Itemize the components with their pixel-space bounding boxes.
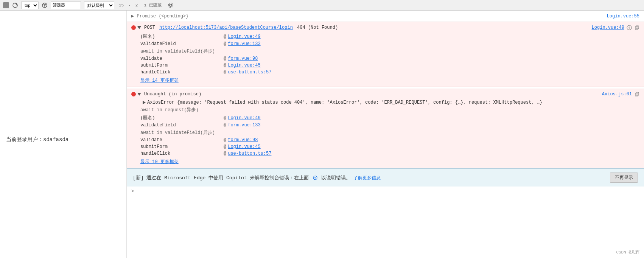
trace-at: @: [224, 137, 226, 143]
promise-row: ▶ Promise {<pending>} Login.vue:55: [127, 11, 644, 22]
trace-label: validate: [140, 56, 224, 61]
error-badge: 15: [117, 3, 125, 8]
svg-rect-13: [636, 92, 639, 95]
error-dot-1: [131, 25, 136, 30]
copilot-banner: [新] 通过在 Microsoft Edge 中使用 Copilot 来解释控制…: [127, 168, 644, 187]
error-trace-line: handleClick @ use-button.ts:57: [131, 69, 639, 76]
trace-at: @: [224, 144, 226, 149]
trace-plain: await in request(异步): [140, 107, 199, 113]
trace-plain: await in validateField(异步): [140, 129, 215, 136]
collapse-arrow-2[interactable]: [137, 93, 141, 96]
copy-icon-2[interactable]: [634, 92, 639, 97]
error-url-1[interactable]: http://localhost:5173/api/baseStudentCou…: [159, 25, 293, 30]
svg-rect-10: [635, 26, 638, 30]
trace-label: (匿名): [140, 115, 224, 121]
error-trace-line: validate @ form.vue:98: [131, 137, 639, 143]
trace-label: validateField: [140, 41, 224, 47]
current-user-label: 当前登录用户：sdafasda: [6, 136, 120, 143]
error-trace-line: handleClick @ use-button.ts:57: [131, 150, 639, 157]
error-trace-line: await in request(异步): [131, 106, 639, 114]
refresh-icon[interactable]: [12, 2, 18, 8]
trace-plain: await in validateField(异步): [140, 48, 215, 54]
trace-at: @: [224, 70, 226, 75]
trace-at: @: [224, 56, 226, 61]
level-select[interactable]: 默认级别: [84, 2, 114, 9]
left-panel: 当前登录用户：sdafasda: [0, 11, 127, 258]
error-dot-2: [131, 92, 136, 96]
trace-at: @: [224, 34, 226, 39]
footer-watermark: CSDN @几辉: [616, 249, 639, 255]
trace-label: validateField: [140, 123, 224, 128]
error-header-right-1: Login.vue:49 i: [592, 25, 639, 30]
error-header-right-2: Axios.js:61: [602, 92, 639, 97]
trace-link[interactable]: form.vue:98: [228, 137, 258, 143]
right-panel: ▶ Promise {<pending>} Login.vue:55 POST …: [127, 11, 644, 258]
copilot-more-link[interactable]: 了解更多信息: [353, 176, 381, 181]
trace-link[interactable]: form.vue:133: [228, 123, 260, 128]
axios-error-line: AxiosError {message: 'Request failed wit…: [131, 99, 639, 106]
svg-point-6: [170, 4, 172, 6]
copilot-icon: [313, 175, 318, 180]
collapse-arrow-1[interactable]: [137, 26, 141, 29]
error-header-left-2: Uncaught (in promise): [131, 92, 201, 97]
error-trace-line: (匿名) @ Login.vue:49: [131, 114, 639, 122]
filter-input[interactable]: [51, 2, 81, 9]
badge-separator: ·: [128, 3, 131, 8]
trace-link[interactable]: use-button.ts:57: [228, 70, 271, 75]
svg-point-7: [168, 3, 173, 8]
trace-link[interactable]: form.vue:133: [228, 41, 260, 47]
error-trace-line: (匿名) @ Login.vue:49: [131, 33, 639, 40]
trace-at: @: [224, 41, 226, 47]
error-status-1: 404 (Not Found): [294, 25, 338, 30]
error-header-1: POST http://localhost:5173/api/baseStude…: [131, 25, 639, 30]
error-method-1: POST: [144, 25, 158, 30]
level-select-top[interactable]: top: [21, 2, 39, 9]
error-trace-line: submitForm @ Login.vue:45: [131, 143, 639, 150]
toolbar-icon: [3, 2, 9, 8]
axios-expand-arrow[interactable]: [143, 101, 146, 104]
error-trace-line: validateField @ form.vue:133: [131, 122, 639, 129]
error-header-2: Uncaught (in promise) Axios.js:61: [131, 92, 639, 97]
trace-at: @: [224, 151, 226, 156]
copilot-text-suffix: 以说明错误。: [321, 175, 351, 181]
error-trace-line: submitForm @ Login.vue:45: [131, 62, 639, 69]
error-trace-line: validate @ form.vue:98: [131, 55, 639, 62]
svg-rect-12: [635, 93, 638, 96]
trace-label: handleClick: [140, 70, 224, 75]
filter-icon[interactable]: [42, 2, 48, 8]
error-block-1: POST http://localhost:5173/api/baseStude…: [127, 22, 644, 87]
trace-link[interactable]: Login.vue:45: [228, 144, 260, 149]
error-uncaught-label: Uncaught (in promise): [144, 92, 201, 97]
trace-label: validate: [140, 137, 224, 143]
trace-at: @: [224, 63, 226, 68]
error-source-link-2[interactable]: Axios.js:61: [602, 92, 632, 97]
trace-label: (匿名): [140, 33, 224, 40]
error-header-left-1: POST http://localhost:5173/api/baseStude…: [131, 25, 338, 30]
error-source-link-1[interactable]: Login.vue:49: [592, 25, 624, 30]
error-trace-line: await in validateField(异步): [131, 129, 639, 137]
top-bar: top 默认级别 15 · 2 1 已隐藏: [0, 0, 644, 11]
console-prompt[interactable]: >: [131, 189, 134, 194]
trace-label: submitForm: [140, 144, 224, 149]
svg-rect-11: [636, 26, 639, 29]
show-more-2[interactable]: 显示 10 更多框架: [131, 159, 639, 165]
trace-link[interactable]: Login.vue:49: [228, 115, 260, 121]
trace-link[interactable]: use-button.ts:57: [228, 151, 271, 156]
trace-at: @: [224, 115, 226, 121]
copy-icon-1[interactable]: [634, 25, 639, 30]
trace-link[interactable]: form.vue:98: [228, 56, 258, 61]
copilot-dismiss-button[interactable]: 不再显示: [610, 173, 638, 183]
settings-icon[interactable]: [168, 2, 174, 8]
promise-link[interactable]: Login.vue:55: [607, 14, 639, 19]
error-trace-line: await in validateField(异步): [131, 47, 639, 55]
promise-text: ▶ Promise {<pending>}: [131, 13, 188, 19]
info-icon-1[interactable]: i: [627, 25, 632, 30]
svg-text:i: i: [628, 26, 630, 30]
copilot-text-prefix: [新] 通过在 Microsoft Edge 中使用 Copilot 来解释控制…: [133, 175, 309, 181]
trace-link[interactable]: Login.vue:45: [228, 63, 260, 68]
show-more-1[interactable]: 显示 14 更多框架: [131, 77, 639, 84]
error-block-2: Uncaught (in promise) Axios.js:61 AxiosE…: [127, 89, 644, 168]
trace-link[interactable]: Login.vue:49: [228, 34, 260, 39]
trace-at: @: [224, 123, 226, 128]
trace-label: handleClick: [140, 151, 224, 156]
